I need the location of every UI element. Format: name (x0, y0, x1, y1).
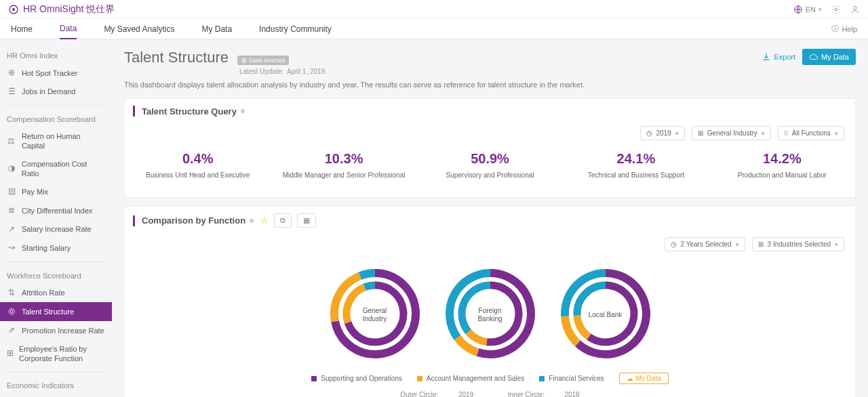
brand-name: HR OmniSight 悦仕界 (23, 3, 115, 16)
years-filter[interactable]: ◷2 Years Selected▾ (665, 237, 745, 251)
chart-view-button[interactable]: ⧉ (274, 213, 292, 228)
svg-point-3 (835, 8, 837, 11)
legend-item: Account Management and Sales (417, 375, 525, 382)
globe-icon (793, 5, 803, 14)
card-title: Comparison by Function (142, 215, 245, 226)
export-label: Export (774, 53, 795, 61)
stats-row: 0.4%Business Unit Head and Executive 10.… (125, 146, 855, 197)
swatch-icon (417, 376, 422, 381)
sidebar-item-compensation-cost-ratio[interactable]: ◑Compensation Cost Ratio (0, 155, 112, 183)
target-icon: ⊕ (7, 68, 16, 79)
trend-up-icon: ↗ (7, 224, 16, 235)
sidebar-item-attrition-rate[interactable]: ⇅Attrition Rate (0, 284, 112, 303)
donut-chart: General Industry (328, 266, 422, 363)
sidebar-item-label: Hot Spot Tracker (22, 68, 78, 78)
building-icon: ⊞ (758, 241, 764, 248)
sidebar-item-economic-indicators[interactable]: ⚐Economic Indicators (0, 394, 112, 397)
legend-item: Supporting and Operations (311, 375, 402, 382)
sidebar-item-label: Pay Mix (22, 187, 48, 196)
chevron-down-icon: ▾ (736, 241, 739, 248)
link-icon: ⊞ (241, 57, 247, 64)
sidebar-item-city-differential-index[interactable]: ≣City Differential Index (0, 201, 112, 220)
exchange-icon: ⇅ (7, 288, 16, 299)
nav-saved-analytics[interactable]: My Saved Analytics (104, 20, 174, 39)
sidebar-item-salary-increase-rate[interactable]: ↗Salary Increase Rate (0, 220, 112, 239)
main-nav: Home Data My Saved Analytics My Data Ind… (0, 19, 868, 39)
gear-icon[interactable] (831, 5, 841, 14)
clock-icon: ◷ (671, 241, 677, 248)
sidebar-item-label: Attrition Rate (22, 288, 65, 297)
function-filter[interactable]: ⁝⁝All Functions▾ (778, 126, 844, 140)
sidebar-item-promotion-increase-rate[interactable]: ⇗Promotion Increase Rate (0, 321, 112, 340)
star-icon[interactable]: ☆ (260, 215, 269, 226)
swatch-icon (311, 376, 317, 381)
status-dot-icon (250, 219, 254, 223)
main-content: Talent Structure ⊞Data sources Export My… (112, 39, 868, 397)
nav-my-data[interactable]: My Data (201, 20, 232, 39)
stat-label: Middle Manager and Senior Professional (271, 171, 416, 180)
stat-item: 0.4%Business Unit Head and Executive (125, 151, 271, 180)
sidebar-group-title: Workforce Scoreboard (0, 266, 112, 284)
sidebar-item-hot-spot-tracker[interactable]: ⊕Hot Spot Tracker (0, 64, 112, 83)
language-selector[interactable]: EN ▾ (793, 5, 822, 14)
clock-icon: ◷ (646, 129, 652, 137)
help-link[interactable]: ⓘ Help (831, 24, 857, 34)
bars-icon: ≣ (7, 205, 16, 216)
sidebar-item-starting-salary[interactable]: ↝Starting Salary (0, 238, 112, 257)
table-view-button[interactable]: ▦ (297, 213, 316, 228)
sidebar-item-label: Compensation Cost Ratio (22, 159, 105, 179)
topbar: HR OmniSight 悦仕界 EN ▾ (0, 0, 868, 19)
svg-point-1 (12, 8, 15, 11)
sidebar: HR Omni Index ⊕Hot Spot Tracker ☰Jobs in… (0, 39, 112, 397)
page-description: This dashboard displays talent allocatio… (124, 81, 856, 89)
stat-item: 50.9%Supervisory and Professional (417, 151, 563, 180)
sidebar-item-talent-structure[interactable]: ◎Talent Structure (0, 302, 112, 321)
sidebar-separator (7, 371, 105, 372)
accent-bar (133, 106, 135, 117)
svg-point-4 (854, 6, 857, 9)
donut-center-label: General Industry (355, 307, 395, 323)
sidebar-item-employees-ratio[interactable]: ⊞Employee's Ratio by Corporate Function (0, 340, 112, 368)
status-dot-icon (241, 109, 245, 113)
my-data-button[interactable]: My Data (802, 49, 856, 65)
org-icon: ⊞ (7, 348, 14, 359)
chevron-down-icon: ▾ (675, 130, 679, 137)
sidebar-item-return-on-human-capital[interactable]: ⚖Return on Human Capital (0, 127, 112, 155)
stat-label: Technical and Business Support (563, 171, 709, 180)
nav-industry-community[interactable]: Industry Community (259, 20, 332, 39)
industries-filter[interactable]: ⊞3 Industries Selected▾ (752, 237, 844, 251)
user-icon[interactable] (850, 5, 860, 14)
help-icon: ⓘ (831, 24, 839, 34)
data-sources-badge[interactable]: ⊞Data sources (237, 56, 289, 65)
nav-home[interactable]: Home (11, 20, 33, 39)
stat-value: 0.4% (125, 151, 271, 167)
accent-bar (133, 215, 135, 226)
sidebar-group-title: Compensation Scoreboard (0, 110, 112, 127)
card-title: Talent Structure Query (142, 106, 237, 117)
chevron-down-icon: ▾ (762, 130, 765, 137)
legend-item: Financial Services (539, 375, 604, 382)
sidebar-item-pay-mix[interactable]: ▤Pay Mix (0, 182, 112, 201)
stat-value: 24.1% (563, 151, 709, 167)
comparison-card: Comparison by Function ☆ ⧉ ▦ ◷2 Years Se… (124, 206, 856, 397)
stat-label: Production and Manual Labor (709, 171, 855, 180)
page-title: Talent Structure (124, 49, 229, 66)
stat-item: 14.2%Production and Manual Labor (709, 151, 855, 180)
stat-value: 14.2% (709, 151, 855, 167)
donut-row: General IndustryForeign BankingLocal Ban… (125, 257, 855, 367)
my-data-outline-button[interactable]: ☁My Data (619, 373, 669, 384)
chevron-down-icon: ▾ (818, 6, 822, 13)
sidebar-item-label: City Differential Index (22, 206, 92, 215)
cloud-icon: ☁ (627, 375, 633, 382)
download-icon (762, 52, 771, 62)
sidebar-item-label: Talent Structure (22, 307, 74, 316)
query-card: Talent Structure Query ◷2019▾ ⊞General I… (124, 98, 856, 198)
industry-filter[interactable]: ⊞General Industry▾ (692, 126, 771, 140)
sidebar-item-label: Employee's Ratio by Corporate Function (19, 344, 105, 364)
year-filter[interactable]: ◷2019▾ (640, 126, 685, 140)
nav-data[interactable]: Data (60, 19, 77, 39)
list-icon: ☰ (7, 87, 16, 98)
sidebar-item-jobs-in-demand[interactable]: ☰Jobs in Demand (0, 83, 112, 102)
chevron-down-icon: ▾ (835, 241, 838, 248)
export-button[interactable]: Export (762, 52, 795, 62)
